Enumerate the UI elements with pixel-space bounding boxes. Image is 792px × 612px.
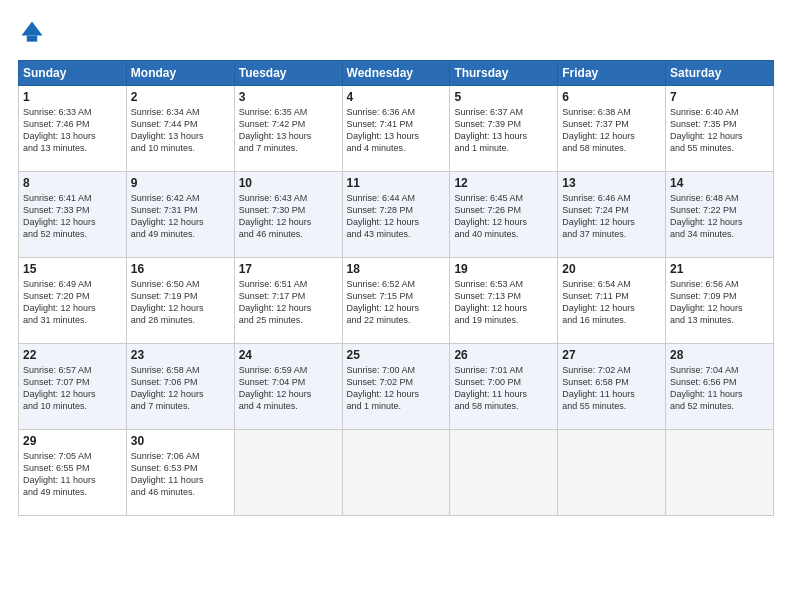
calendar-cell	[558, 430, 666, 516]
calendar-cell: 10Sunrise: 6:43 AM Sunset: 7:30 PM Dayli…	[234, 172, 342, 258]
day-number: 6	[562, 90, 661, 104]
day-info: Sunrise: 7:06 AM Sunset: 6:53 PM Dayligh…	[131, 450, 230, 499]
calendar-week-row: 29Sunrise: 7:05 AM Sunset: 6:55 PM Dayli…	[19, 430, 774, 516]
day-number: 9	[131, 176, 230, 190]
day-number: 1	[23, 90, 122, 104]
calendar-cell	[666, 430, 774, 516]
calendar-cell: 7Sunrise: 6:40 AM Sunset: 7:35 PM Daylig…	[666, 86, 774, 172]
day-info: Sunrise: 6:34 AM Sunset: 7:44 PM Dayligh…	[131, 106, 230, 155]
calendar-cell: 4Sunrise: 6:36 AM Sunset: 7:41 PM Daylig…	[342, 86, 450, 172]
calendar-cell: 2Sunrise: 6:34 AM Sunset: 7:44 PM Daylig…	[126, 86, 234, 172]
day-info: Sunrise: 6:42 AM Sunset: 7:31 PM Dayligh…	[131, 192, 230, 241]
calendar-cell: 20Sunrise: 6:54 AM Sunset: 7:11 PM Dayli…	[558, 258, 666, 344]
svg-marker-0	[22, 22, 43, 36]
day-info: Sunrise: 7:00 AM Sunset: 7:02 PM Dayligh…	[347, 364, 446, 413]
day-number: 24	[239, 348, 338, 362]
calendar-table: SundayMondayTuesdayWednesdayThursdayFrid…	[18, 60, 774, 516]
day-info: Sunrise: 7:02 AM Sunset: 6:58 PM Dayligh…	[562, 364, 661, 413]
day-number: 26	[454, 348, 553, 362]
day-info: Sunrise: 6:48 AM Sunset: 7:22 PM Dayligh…	[670, 192, 769, 241]
calendar-cell	[342, 430, 450, 516]
calendar-cell: 30Sunrise: 7:06 AM Sunset: 6:53 PM Dayli…	[126, 430, 234, 516]
calendar-cell: 5Sunrise: 6:37 AM Sunset: 7:39 PM Daylig…	[450, 86, 558, 172]
day-number: 17	[239, 262, 338, 276]
calendar-cell: 22Sunrise: 6:57 AM Sunset: 7:07 PM Dayli…	[19, 344, 127, 430]
day-info: Sunrise: 6:43 AM Sunset: 7:30 PM Dayligh…	[239, 192, 338, 241]
weekday-header-thursday: Thursday	[450, 61, 558, 86]
day-number: 19	[454, 262, 553, 276]
day-info: Sunrise: 6:35 AM Sunset: 7:42 PM Dayligh…	[239, 106, 338, 155]
day-number: 14	[670, 176, 769, 190]
day-number: 15	[23, 262, 122, 276]
day-number: 22	[23, 348, 122, 362]
day-info: Sunrise: 6:40 AM Sunset: 7:35 PM Dayligh…	[670, 106, 769, 155]
weekday-header-sunday: Sunday	[19, 61, 127, 86]
day-info: Sunrise: 6:57 AM Sunset: 7:07 PM Dayligh…	[23, 364, 122, 413]
day-number: 7	[670, 90, 769, 104]
weekday-header-tuesday: Tuesday	[234, 61, 342, 86]
day-number: 16	[131, 262, 230, 276]
calendar-cell: 26Sunrise: 7:01 AM Sunset: 7:00 PM Dayli…	[450, 344, 558, 430]
calendar-cell: 11Sunrise: 6:44 AM Sunset: 7:28 PM Dayli…	[342, 172, 450, 258]
day-number: 13	[562, 176, 661, 190]
day-info: Sunrise: 6:56 AM Sunset: 7:09 PM Dayligh…	[670, 278, 769, 327]
day-number: 20	[562, 262, 661, 276]
calendar-cell	[450, 430, 558, 516]
day-number: 5	[454, 90, 553, 104]
calendar-cell: 1Sunrise: 6:33 AM Sunset: 7:46 PM Daylig…	[19, 86, 127, 172]
day-number: 2	[131, 90, 230, 104]
day-info: Sunrise: 6:53 AM Sunset: 7:13 PM Dayligh…	[454, 278, 553, 327]
day-info: Sunrise: 7:01 AM Sunset: 7:00 PM Dayligh…	[454, 364, 553, 413]
calendar-cell: 9Sunrise: 6:42 AM Sunset: 7:31 PM Daylig…	[126, 172, 234, 258]
calendar-cell: 16Sunrise: 6:50 AM Sunset: 7:19 PM Dayli…	[126, 258, 234, 344]
day-info: Sunrise: 7:05 AM Sunset: 6:55 PM Dayligh…	[23, 450, 122, 499]
weekday-header-friday: Friday	[558, 61, 666, 86]
day-number: 25	[347, 348, 446, 362]
weekday-header-row: SundayMondayTuesdayWednesdayThursdayFrid…	[19, 61, 774, 86]
calendar-cell: 27Sunrise: 7:02 AM Sunset: 6:58 PM Dayli…	[558, 344, 666, 430]
calendar-cell: 18Sunrise: 6:52 AM Sunset: 7:15 PM Dayli…	[342, 258, 450, 344]
weekday-header-monday: Monday	[126, 61, 234, 86]
calendar-cell: 3Sunrise: 6:35 AM Sunset: 7:42 PM Daylig…	[234, 86, 342, 172]
weekday-header-saturday: Saturday	[666, 61, 774, 86]
day-number: 4	[347, 90, 446, 104]
day-info: Sunrise: 6:50 AM Sunset: 7:19 PM Dayligh…	[131, 278, 230, 327]
svg-rect-1	[27, 36, 38, 42]
logo-icon	[18, 18, 46, 46]
calendar-cell: 25Sunrise: 7:00 AM Sunset: 7:02 PM Dayli…	[342, 344, 450, 430]
day-info: Sunrise: 6:54 AM Sunset: 7:11 PM Dayligh…	[562, 278, 661, 327]
day-info: Sunrise: 6:41 AM Sunset: 7:33 PM Dayligh…	[23, 192, 122, 241]
calendar-cell: 29Sunrise: 7:05 AM Sunset: 6:55 PM Dayli…	[19, 430, 127, 516]
weekday-header-wednesday: Wednesday	[342, 61, 450, 86]
day-number: 8	[23, 176, 122, 190]
day-info: Sunrise: 6:59 AM Sunset: 7:04 PM Dayligh…	[239, 364, 338, 413]
calendar-week-row: 15Sunrise: 6:49 AM Sunset: 7:20 PM Dayli…	[19, 258, 774, 344]
day-number: 11	[347, 176, 446, 190]
calendar-cell: 19Sunrise: 6:53 AM Sunset: 7:13 PM Dayli…	[450, 258, 558, 344]
day-number: 21	[670, 262, 769, 276]
day-number: 12	[454, 176, 553, 190]
calendar-cell: 8Sunrise: 6:41 AM Sunset: 7:33 PM Daylig…	[19, 172, 127, 258]
day-info: Sunrise: 6:45 AM Sunset: 7:26 PM Dayligh…	[454, 192, 553, 241]
calendar-week-row: 8Sunrise: 6:41 AM Sunset: 7:33 PM Daylig…	[19, 172, 774, 258]
day-number: 3	[239, 90, 338, 104]
calendar-cell: 15Sunrise: 6:49 AM Sunset: 7:20 PM Dayli…	[19, 258, 127, 344]
day-info: Sunrise: 6:58 AM Sunset: 7:06 PM Dayligh…	[131, 364, 230, 413]
day-info: Sunrise: 6:36 AM Sunset: 7:41 PM Dayligh…	[347, 106, 446, 155]
calendar-week-row: 1Sunrise: 6:33 AM Sunset: 7:46 PM Daylig…	[19, 86, 774, 172]
day-info: Sunrise: 6:33 AM Sunset: 7:46 PM Dayligh…	[23, 106, 122, 155]
calendar-cell	[234, 430, 342, 516]
day-number: 27	[562, 348, 661, 362]
logo	[18, 18, 50, 46]
calendar-cell: 21Sunrise: 6:56 AM Sunset: 7:09 PM Dayli…	[666, 258, 774, 344]
calendar-week-row: 22Sunrise: 6:57 AM Sunset: 7:07 PM Dayli…	[19, 344, 774, 430]
day-number: 29	[23, 434, 122, 448]
calendar-cell: 12Sunrise: 6:45 AM Sunset: 7:26 PM Dayli…	[450, 172, 558, 258]
day-info: Sunrise: 6:44 AM Sunset: 7:28 PM Dayligh…	[347, 192, 446, 241]
calendar-cell: 17Sunrise: 6:51 AM Sunset: 7:17 PM Dayli…	[234, 258, 342, 344]
page-header	[18, 18, 774, 46]
calendar-cell: 28Sunrise: 7:04 AM Sunset: 6:56 PM Dayli…	[666, 344, 774, 430]
day-info: Sunrise: 6:49 AM Sunset: 7:20 PM Dayligh…	[23, 278, 122, 327]
day-info: Sunrise: 6:46 AM Sunset: 7:24 PM Dayligh…	[562, 192, 661, 241]
day-info: Sunrise: 6:52 AM Sunset: 7:15 PM Dayligh…	[347, 278, 446, 327]
